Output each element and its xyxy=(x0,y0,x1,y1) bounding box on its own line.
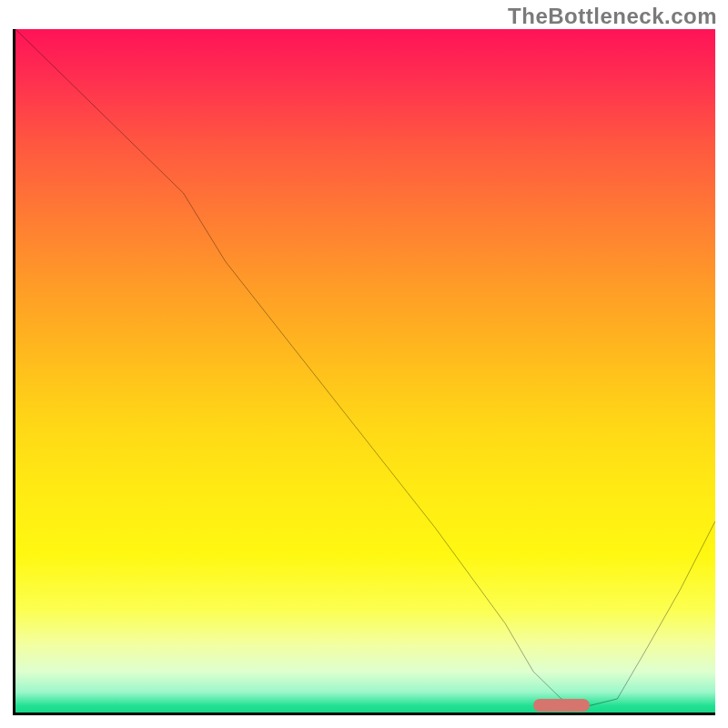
bottleneck-curve xyxy=(15,29,715,713)
curve-path xyxy=(15,29,715,705)
chart-container: TheBottleneck.com xyxy=(0,0,728,728)
optimal-marker xyxy=(533,699,590,712)
watermark-text: TheBottleneck.com xyxy=(508,4,717,29)
plot-area xyxy=(13,29,715,715)
